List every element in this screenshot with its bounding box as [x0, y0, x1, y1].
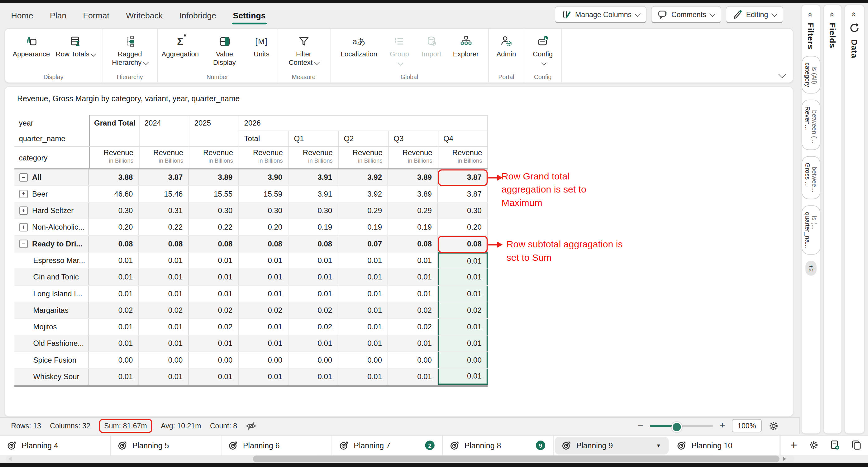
value-cell[interactable]: 3.90 [239, 169, 288, 186]
sheet-tab-planning-4[interactable]: Planning 4 [0, 435, 111, 455]
column-header-q1[interactable]: Q1 [294, 134, 304, 143]
value-cell[interactable]: 0.01 [388, 252, 438, 269]
row-label-cell[interactable]: − Ready to Dri... [14, 236, 89, 252]
localization-button[interactable]: aあ Localization [335, 33, 383, 60]
value-cell[interactable]: 0.00 [189, 352, 239, 368]
value-cell[interactable]: 0.02 [438, 302, 488, 318]
value-cell[interactable]: 0.01 [139, 336, 189, 352]
row-label-cell[interactable]: Espresso Mar... [14, 252, 89, 269]
expander-icon[interactable]: − [19, 240, 28, 248]
column-header-total[interactable]: Total [244, 134, 260, 143]
value-cell[interactable]: 0.08 [438, 236, 488, 252]
value-cell[interactable]: 3.92 [338, 169, 388, 186]
value-cell[interactable]: 0.08 [89, 236, 139, 252]
manage-columns-button[interactable]: Manage Columns [555, 6, 647, 23]
value-cell[interactable]: 0.02 [288, 319, 338, 335]
value-cell[interactable]: 3.89 [388, 186, 438, 202]
value-cell[interactable]: 3.87 [438, 186, 488, 202]
value-cell[interactable]: 0.02 [89, 302, 139, 318]
value-cell[interactable]: 3.89 [189, 169, 239, 186]
explorer-button[interactable]: Explorer [448, 33, 484, 60]
value-cell[interactable]: 0.01 [139, 369, 189, 385]
value-cell[interactable]: 15.46 [139, 186, 189, 202]
row-label-cell[interactable]: Spice Fusion [14, 352, 89, 368]
value-cell[interactable]: 0.01 [139, 286, 189, 302]
copy-sheets-icon[interactable] [851, 440, 862, 450]
value-cell[interactable]: 0.01 [388, 269, 438, 285]
value-cell[interactable]: 0.19 [338, 219, 388, 236]
editing-button[interactable]: Editing [725, 6, 783, 23]
value-cell[interactable]: 0.01 [338, 336, 388, 352]
measure-header-cell[interactable]: Revenuein Billions [139, 146, 189, 168]
value-cell[interactable]: 0.01 [239, 286, 288, 302]
menu-item-format[interactable]: Format [83, 10, 110, 20]
value-cell[interactable]: 0.01 [239, 252, 288, 269]
value-cell[interactable]: 0.20 [239, 219, 288, 236]
value-cell[interactable]: 0.01 [338, 369, 388, 385]
value-cell[interactable]: 0.08 [239, 236, 288, 252]
value-cell[interactable]: 0.01 [388, 336, 438, 352]
value-cell[interactable]: 0.01 [139, 269, 189, 285]
value-cell[interactable]: 0.01 [139, 319, 189, 335]
value-cell[interactable]: 0.01 [288, 269, 338, 285]
refresh-icon[interactable] [849, 23, 860, 33]
row-label-cell[interactable]: + Non-Alcoholic... [14, 219, 89, 236]
row-label-cell[interactable]: + Beer [14, 186, 89, 202]
sheet-tab-planning-6[interactable]: Planning 6 [221, 435, 332, 455]
value-cell[interactable]: 0.01 [338, 252, 388, 269]
more-filters-chip[interactable]: +2 [805, 261, 816, 276]
value-cell[interactable]: 0.08 [388, 236, 438, 252]
value-cell[interactable]: 0.01 [338, 269, 388, 285]
value-display-button[interactable]: Value Display [202, 33, 246, 68]
value-cell[interactable]: 0.01 [239, 369, 288, 385]
column-header-q3[interactable]: Q3 [394, 134, 403, 143]
value-cell[interactable]: 0.00 [388, 352, 438, 368]
value-cell[interactable]: 0.01 [89, 369, 139, 385]
expander-icon[interactable]: + [19, 223, 28, 231]
value-cell[interactable]: 0.01 [338, 319, 388, 335]
value-cell[interactable]: 0.19 [388, 219, 438, 236]
value-cell[interactable]: 0.01 [189, 369, 239, 385]
expand-panel-icon[interactable]: « [849, 12, 859, 17]
value-cell[interactable]: 0.02 [388, 302, 438, 318]
menu-item-home[interactable]: Home [11, 10, 33, 20]
value-cell[interactable]: 0.01 [239, 319, 288, 335]
value-cell[interactable]: 0.01 [288, 336, 338, 352]
tab-dropdown-icon[interactable]: ▼ [656, 443, 661, 448]
group-button[interactable]: Group [383, 33, 415, 67]
sheet-tab-planning-10[interactable]: Planning 10 [670, 435, 780, 455]
value-cell[interactable]: 3.92 [338, 186, 388, 202]
column-header-grand-total[interactable]: Grand Total [94, 119, 135, 127]
column-header-2025[interactable]: 2025 [194, 119, 211, 127]
expander-icon[interactable]: − [19, 173, 28, 182]
add-sheet-button[interactable]: + [790, 440, 797, 451]
filter-chip[interactable]: Reven... between (... [802, 100, 820, 150]
value-cell[interactable]: 0.08 [189, 236, 239, 252]
value-cell[interactable]: 0.30 [438, 203, 488, 219]
sheet-tab-planning-9[interactable]: Planning 9 ▼ [555, 436, 669, 454]
menu-item-writeback[interactable]: Writeback [126, 10, 163, 20]
expander-icon[interactable]: + [19, 190, 28, 198]
value-cell[interactable]: 0.29 [338, 203, 388, 219]
value-cell[interactable]: 0.02 [139, 302, 189, 318]
measure-header-cell[interactable]: Revenuein Billions [89, 146, 139, 168]
value-cell[interactable]: 0.30 [288, 203, 338, 219]
zoom-in-button[interactable]: + [720, 420, 725, 432]
value-cell[interactable]: 3.87 [139, 169, 189, 186]
value-cell[interactable]: 0.08 [139, 236, 189, 252]
column-header-2024[interactable]: 2024 [145, 119, 161, 127]
row-label-cell[interactable]: Old Fashione... [14, 336, 89, 352]
value-cell[interactable]: 0.01 [438, 269, 488, 285]
scroll-left-arrow-icon[interactable] [8, 457, 12, 461]
filter-chip[interactable]: Gross ... betwee... [802, 156, 820, 199]
value-cell[interactable]: 15.55 [189, 186, 239, 202]
value-cell[interactable]: 0.01 [438, 369, 488, 385]
filter-chip[interactable]: quarter_na... is (... [802, 205, 820, 255]
scroll-right-arrow-icon[interactable] [783, 457, 786, 461]
import-button[interactable]: Import [415, 33, 447, 60]
value-cell[interactable]: 0.00 [338, 352, 388, 368]
value-cell[interactable]: 0.01 [239, 269, 288, 285]
value-cell[interactable]: 0.01 [288, 252, 338, 269]
value-cell[interactable]: 0.00 [288, 352, 338, 368]
value-cell[interactable]: 0.01 [438, 252, 488, 269]
